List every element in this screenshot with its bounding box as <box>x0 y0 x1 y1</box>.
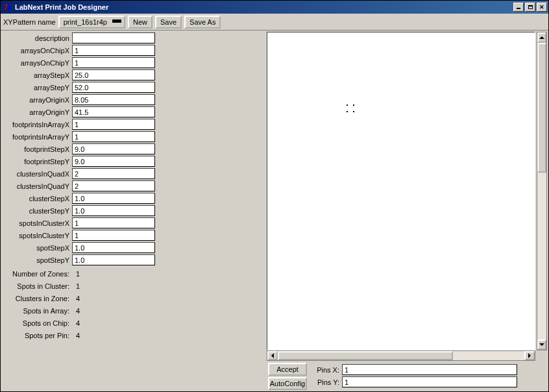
saveas-button[interactable]: Save As <box>184 16 221 29</box>
field-row: spotsInClusterY1 <box>1 229 267 241</box>
field-input[interactable]: 2 <box>72 180 155 191</box>
preview-panel: Accept AutoConfig Pins X: 1 Pins Y: 1 <box>267 31 548 391</box>
scroll-track[interactable] <box>278 351 524 360</box>
field-input[interactable]: 1 <box>72 131 155 142</box>
close-button[interactable]: ✕ <box>537 3 547 12</box>
stat-label: Number of Zones: <box>1 270 72 278</box>
field-input[interactable]: 41.5 <box>72 106 155 117</box>
field-input[interactable]: 1 <box>72 45 155 56</box>
field-row: spotStepX1.0 <box>1 241 267 254</box>
stat-label: Spots in Array: <box>1 307 72 315</box>
field-input[interactable]: 9.0 <box>72 143 155 154</box>
scroll-thumb[interactable] <box>537 43 546 173</box>
scroll-up-button[interactable] <box>537 32 546 43</box>
field-label: arrayOriginY <box>1 108 72 116</box>
pins-y-label: Pins Y: <box>313 378 339 386</box>
field-label: arraysOnChipY <box>1 59 72 67</box>
spot-dot <box>347 111 348 112</box>
stat-label: Spots in Cluster: <box>1 282 72 290</box>
scroll-thumb[interactable] <box>278 351 453 360</box>
field-label: description <box>1 34 72 42</box>
field-row: arrayStepX25.0 <box>1 69 267 81</box>
new-button[interactable]: New <box>128 16 152 29</box>
field-input[interactable]: 1 <box>72 230 155 241</box>
field-input[interactable]: 1 <box>72 217 155 228</box>
stat-row: Spots on Chip:4 <box>1 317 267 329</box>
save-button[interactable]: Save <box>155 16 182 29</box>
spot-dot <box>353 111 354 112</box>
stat-value: 4 <box>72 295 155 302</box>
pins-x-input[interactable]: 1 <box>342 364 517 375</box>
maximize-button[interactable] <box>525 3 535 12</box>
field-input[interactable]: 2 <box>72 168 155 179</box>
field-input[interactable]: 1.0 <box>72 254 155 265</box>
field-input[interactable]: 8.05 <box>72 94 155 105</box>
stat-row: Spots per Pin:4 <box>1 329 267 341</box>
spot-dot <box>347 104 348 106</box>
field-label: arrayStepY <box>1 84 72 92</box>
title-bar: 7k LabNext Print Job Designer ✕ <box>1 1 548 14</box>
field-input[interactable]: 1.0 <box>72 205 155 216</box>
field-label: arraysOnChipX <box>1 47 72 55</box>
field-row: footprintsInArrayY1 <box>1 130 267 143</box>
bottom-controls: Accept AutoConfig Pins X: 1 Pins Y: 1 <box>267 361 547 391</box>
stat-value: 4 <box>72 319 155 327</box>
vertical-scrollbar[interactable] <box>537 32 547 350</box>
app-icon: 7k <box>3 3 12 12</box>
field-row: arraysOnChipX1 <box>1 44 267 56</box>
stat-row: Spots in Array:4 <box>1 304 267 317</box>
form-panel: descriptionarraysOnChipX1arraysOnChipY1a… <box>1 31 267 391</box>
dropdown-caret-icon <box>112 21 121 23</box>
pins-x-label: Pins X: <box>313 366 339 374</box>
autoconfig-button[interactable]: AutoConfig <box>268 377 307 390</box>
field-row: footprintStepY9.0 <box>1 155 267 167</box>
field-row: arrayOriginY41.5 <box>1 106 267 118</box>
stat-value: 4 <box>72 332 155 339</box>
field-input[interactable]: 25.0 <box>72 69 155 80</box>
scroll-left-button[interactable] <box>267 351 278 360</box>
stat-row: Clusters in Zone:4 <box>1 292 267 304</box>
field-row: description <box>1 32 267 44</box>
horizontal-scrollbar[interactable] <box>267 350 535 361</box>
stat-value: 1 <box>72 270 155 278</box>
field-label: clustersInQuadY <box>1 182 72 190</box>
stat-value: 1 <box>72 282 155 290</box>
content-area: descriptionarraysOnChipX1arraysOnChipY1a… <box>1 31 548 391</box>
field-label: spotsInClusterY <box>1 232 72 239</box>
field-input[interactable]: 1.0 <box>72 193 155 204</box>
field-row: arrayOriginX8.05 <box>1 93 267 106</box>
scroll-track[interactable] <box>537 43 546 339</box>
field-input[interactable]: 1 <box>72 57 155 68</box>
stat-row: Spots in Cluster:1 <box>1 280 267 292</box>
accept-button[interactable]: Accept <box>268 363 307 376</box>
pins-y-input[interactable]: 1 <box>342 376 517 387</box>
pattern-name-label: XYPattern name <box>3 18 56 26</box>
pattern-name-dropdown[interactable]: print_16s1r4p <box>58 16 125 29</box>
field-input[interactable] <box>72 32 155 43</box>
field-row: clustersInQuadY2 <box>1 180 267 192</box>
field-input[interactable]: 9.0 <box>72 156 155 167</box>
field-input[interactable]: 52.0 <box>72 82 155 93</box>
field-row: spotsInClusterX1 <box>1 217 267 229</box>
field-label: arrayOriginX <box>1 96 72 104</box>
field-row: spotStepY1.0 <box>1 254 267 266</box>
preview-canvas[interactable] <box>267 32 535 350</box>
minimize-button[interactable] <box>513 3 524 12</box>
field-label: arrayStepX <box>1 71 72 79</box>
field-label: footprintStepY <box>1 158 72 165</box>
stat-value: 4 <box>72 307 155 315</box>
stat-label: Clusters in Zone: <box>1 295 72 302</box>
scroll-down-button[interactable] <box>537 339 546 350</box>
field-row: footprintStepX9.0 <box>1 143 267 155</box>
field-row: clusterStepX1.0 <box>1 192 267 204</box>
toolbar: XYPattern name print_16s1r4p New Save Sa… <box>1 14 548 31</box>
field-input[interactable]: 1.0 <box>72 242 155 253</box>
stat-label: Spots on Chip: <box>1 319 72 327</box>
field-row: arraysOnChipY1 <box>1 56 267 69</box>
field-label: spotsInClusterX <box>1 219 72 227</box>
scroll-right-button[interactable] <box>524 351 535 360</box>
field-label: clusterStepX <box>1 195 72 202</box>
field-label: spotStepY <box>1 256 72 264</box>
field-input[interactable]: 1 <box>72 119 155 130</box>
field-label: footprintsInArrayY <box>1 133 72 141</box>
